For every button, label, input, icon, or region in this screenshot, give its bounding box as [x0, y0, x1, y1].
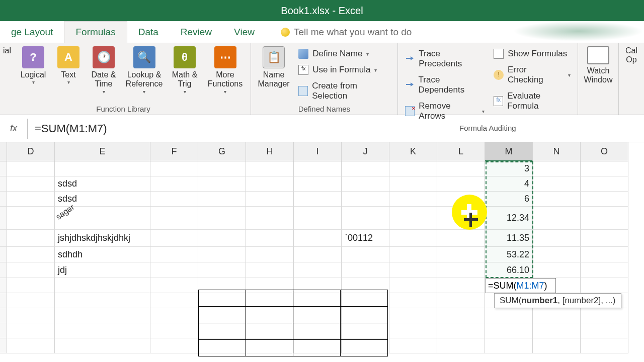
arrow-right-icon	[405, 80, 415, 90]
evaluate-formula-button[interactable]: fx Evaluate Formula	[491, 89, 574, 113]
cell-M5[interactable]: 11.35	[485, 230, 533, 247]
chevron-down-icon: ▾	[103, 89, 105, 95]
show-formulas-button[interactable]: Show Formulas	[491, 47, 574, 60]
trace-precedents-button[interactable]: Trace Precedents	[402, 47, 488, 70]
chevron-down-icon: ▾	[32, 79, 35, 85]
bordered-table[interactable]	[198, 290, 388, 356]
col-header-K[interactable]: K	[389, 142, 437, 161]
cell-E2[interactable]: sdsd	[55, 176, 150, 192]
col-header-H[interactable]: H	[246, 142, 294, 161]
chevron-down-icon: ▾	[67, 79, 70, 85]
tab-data[interactable]: Data	[127, 21, 170, 43]
row: sdhdh 53.22	[0, 247, 644, 262]
remove-arrows-icon	[405, 106, 415, 116]
chevron-down-icon: ▾	[568, 72, 571, 78]
formula-bar[interactable]: =SUM(M1:M7)	[28, 119, 644, 139]
group-calculation: Cal Op	[619, 43, 644, 115]
watch-window-icon	[587, 46, 609, 64]
title-bar: Book1.xlsx - Excel	[0, 0, 644, 21]
row: jshjdhskdjhskjdhkj `00112 11.35	[0, 230, 644, 247]
col-header-I[interactable]: I	[294, 142, 342, 161]
app-title: Book1.xlsx - Excel	[281, 5, 363, 17]
name-manager-icon: 📋	[263, 46, 285, 68]
create-from-selection-button[interactable]: Create from Selection	[295, 79, 393, 103]
cell-M7[interactable]: 66.10	[485, 262, 533, 278]
calculation-options-button[interactable]: Cal Op	[623, 45, 640, 65]
theta-icon: θ	[174, 46, 196, 68]
group-label-defined-names: Defined Names	[255, 105, 393, 113]
ribbon: ial ? Logical ▾ A Text ▾ 🕐 Date & Time▾ …	[0, 43, 644, 115]
col-header-J[interactable]: J	[342, 142, 389, 161]
chevron-down-icon: ▾	[482, 109, 485, 114]
row: 3	[0, 161, 644, 176]
col-header-E[interactable]: E	[55, 142, 150, 161]
logical-button[interactable]: ? Logical ▾	[17, 45, 49, 85]
lookup-reference-button[interactable]: 🔍 Lookup & Reference▾	[123, 45, 166, 95]
row: jdj 66.10	[0, 262, 644, 278]
more-functions-button[interactable]: ⋯ More Functions▾	[204, 45, 247, 95]
col-header-O[interactable]: O	[581, 142, 628, 161]
btn-ial[interactable]: ial	[0, 45, 14, 55]
logical-icon: ?	[22, 46, 44, 68]
row: sdsd 6	[0, 192, 644, 207]
function-tooltip[interactable]: SUM(number1, [number2], ...)	[494, 293, 621, 308]
cell-M2[interactable]: 4	[485, 176, 533, 192]
cell-M4[interactable]: 12.34	[485, 207, 533, 230]
tab-formulas[interactable]: Formulas	[64, 21, 127, 43]
cell-E4[interactable]: sagar	[55, 207, 150, 230]
col-header-D[interactable]: D	[7, 142, 55, 161]
use-in-formula-button[interactable]: fx Use in Formula ▾	[295, 63, 393, 76]
trace-dependents-button[interactable]: Trace Dependents	[402, 73, 488, 97]
cell-edit-M8[interactable]: =SUM(M1:M7)	[486, 278, 556, 293]
cell-M3[interactable]: 6	[485, 192, 533, 207]
col-header-F[interactable]: F	[150, 142, 198, 161]
chevron-down-icon: ▾	[224, 89, 226, 95]
dots-icon: ⋯	[214, 46, 236, 68]
cell-M1[interactable]: 3	[485, 161, 533, 176]
tell-me-placeholder: Tell me what you want to do	[294, 27, 412, 38]
evaluate-icon: fx	[494, 96, 503, 106]
arrow-right-icon	[405, 54, 415, 64]
tell-me-search[interactable]: Tell me what you want to do	[281, 21, 412, 43]
select-all-corner[interactable]	[0, 142, 7, 161]
text-button[interactable]: A Text ▾	[52, 45, 85, 85]
group-formula-auditing: Trace Precedents Trace Dependents Remove…	[398, 43, 578, 115]
chevron-down-icon: ▾	[143, 89, 145, 95]
column-header-row: D E F G H I J K L M N O	[0, 142, 644, 161]
bulb-icon	[281, 28, 290, 37]
text-icon: A	[57, 46, 79, 68]
error-checking-button[interactable]: ! Error Checking ▾	[491, 63, 574, 86]
cursor-highlight	[452, 195, 487, 230]
math-trig-button[interactable]: θ Math & Trig▾	[169, 45, 201, 95]
define-name-button[interactable]: Define Name ▾	[295, 47, 393, 60]
cell-M6[interactable]: 53.22	[485, 247, 533, 262]
cell-E5[interactable]: jshjdhskdjhskjdhkj	[55, 230, 150, 247]
fx-button[interactable]: fx	[0, 119, 28, 139]
group-function-library: ial ? Logical ▾ A Text ▾ 🕐 Date & Time▾ …	[0, 43, 251, 115]
formula-bar-area: fx =SUM(M1:M7)	[0, 115, 644, 142]
group-watch-window: Watch Window	[578, 43, 619, 115]
tab-view[interactable]: View	[223, 21, 266, 43]
col-header-G[interactable]: G	[198, 142, 246, 161]
group-defined-names: 📋 Name Manager Define Name ▾ fx Use in F…	[251, 43, 398, 115]
clock-icon: 🕐	[93, 46, 115, 68]
col-header-M[interactable]: M	[485, 142, 533, 161]
row: sdsd 4	[0, 176, 644, 192]
tab-review[interactable]: Review	[170, 21, 223, 43]
col-header-L[interactable]: L	[437, 142, 485, 161]
warning-icon: !	[494, 70, 504, 80]
cell-E6[interactable]: sdhdh	[55, 247, 150, 262]
show-formulas-icon	[494, 49, 504, 59]
lookup-icon: 🔍	[133, 46, 155, 68]
cell-J5[interactable]: `00112	[342, 230, 389, 247]
group-label-function-library: Function Library	[0, 105, 247, 113]
name-manager-button[interactable]: 📋 Name Manager	[255, 45, 292, 89]
date-time-button[interactable]: 🕐 Date & Time▾	[88, 45, 120, 95]
watch-window-button[interactable]: Watch Window	[582, 45, 614, 85]
tab-page-layout[interactable]: ge Layout	[0, 21, 64, 43]
ribbon-tabs: ge Layout Formulas Data Review View Tell…	[0, 21, 644, 43]
selection-icon	[298, 86, 308, 96]
col-header-N[interactable]: N	[533, 142, 581, 161]
cell-E7[interactable]: jdj	[55, 262, 150, 278]
chevron-down-icon: ▾	[184, 89, 186, 95]
